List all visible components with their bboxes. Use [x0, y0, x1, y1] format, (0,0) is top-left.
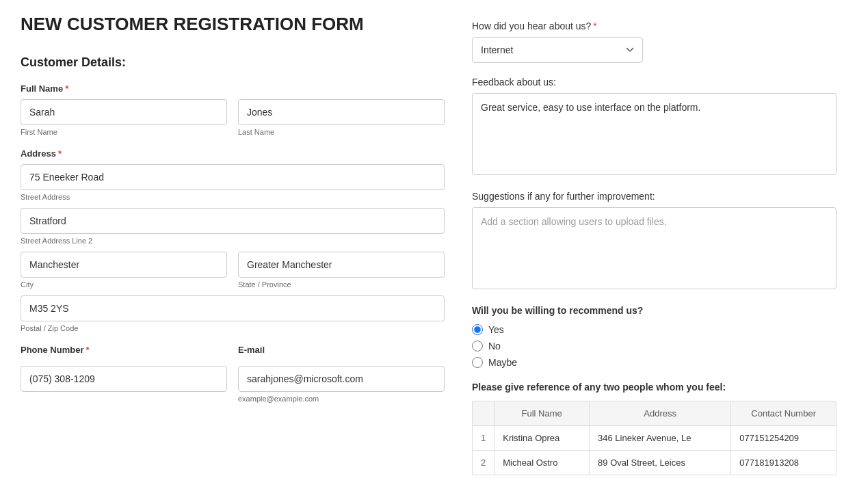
- zip-input[interactable]: [21, 295, 445, 321]
- city-input[interactable]: [21, 252, 227, 278]
- reference-table: Full Name Address Contact Number 1 Krist…: [472, 401, 836, 475]
- left-panel: NEW CUSTOMER REGISTRATION FORM Customer …: [21, 14, 445, 490]
- form-title: NEW CUSTOMER REGISTRATION FORM: [21, 14, 445, 35]
- recommend-maybe-label[interactable]: Maybe: [488, 357, 517, 368]
- ref-row-contact: 077151254209: [731, 426, 836, 451]
- ref-col-num: [473, 401, 495, 426]
- email-label: E-mail: [238, 345, 445, 355]
- recommend-no-label[interactable]: No: [488, 341, 501, 352]
- email-field: E-mail example@example.com: [238, 345, 445, 403]
- ref-row-name: Micheal Ostro: [495, 451, 590, 475]
- ref-col-contact: Contact Number: [731, 401, 836, 426]
- state-input[interactable]: [238, 252, 445, 278]
- full-name-label: Full Name*: [21, 83, 445, 94]
- phone-input[interactable]: [21, 366, 227, 392]
- recommend-no-option: No: [472, 341, 836, 352]
- recommend-yes-option: Yes: [472, 324, 836, 335]
- reference-section: Please give reference of any two people …: [472, 382, 836, 475]
- address-group: Address* Street Address Street Address L…: [21, 148, 445, 332]
- section-title: Customer Details:: [21, 55, 445, 70]
- recommend-maybe-option: Maybe: [472, 357, 836, 368]
- phone-field: Phone Number*: [21, 345, 227, 403]
- city-state-row: [21, 252, 445, 278]
- street-address-input[interactable]: [21, 164, 445, 190]
- page-container: NEW CUSTOMER REGISTRATION FORM Customer …: [0, 0, 857, 504]
- zip-sublabel: Postal / Zip Code: [21, 324, 445, 332]
- ref-table-header: Full Name Address Contact Number: [473, 401, 836, 426]
- ref-table-row: 1 Kristina Oprea 346 Lineker Avenue, Le …: [473, 426, 836, 451]
- ref-col-fullname: Full Name: [495, 401, 590, 426]
- street-sublabel: Street Address: [21, 193, 445, 201]
- feedback-textarea[interactable]: Great service, easy to use interface on …: [472, 93, 836, 175]
- email-placeholder-label: example@example.com: [238, 395, 445, 403]
- recommend-yes-radio[interactable]: [472, 324, 483, 335]
- ref-row-num: 2: [473, 451, 495, 475]
- ref-table-row: 2 Micheal Ostro 89 Oval Street, Leices 0…: [473, 451, 836, 475]
- address-label: Address*: [21, 148, 445, 159]
- suggestions-label: Suggestions if any for further improveme…: [472, 191, 836, 202]
- ref-row-address: 89 Oval Street, Leices: [590, 451, 731, 475]
- right-panel: How did you hear about us?* Internet Soc…: [472, 14, 836, 490]
- suggestions-textarea[interactable]: Add a section allowing users to upload f…: [472, 207, 836, 289]
- ref-row-contact: 077181913208: [731, 451, 836, 475]
- phone-label: Phone Number*: [21, 345, 227, 355]
- ref-row-address: 346 Lineker Avenue, Le: [590, 426, 731, 451]
- hear-about-label: How did you hear about us?*: [472, 21, 836, 31]
- contact-row: Phone Number* E-mail example@example.com: [21, 345, 445, 403]
- recommend-no-radio[interactable]: [472, 341, 483, 352]
- city-state-sublabels: City State / Province: [21, 280, 445, 289]
- feedback-label: Feedback about us:: [472, 77, 836, 88]
- first-name-input[interactable]: [21, 99, 227, 125]
- first-name-sublabel: First Name: [21, 128, 227, 136]
- ref-col-address: Address: [590, 401, 731, 426]
- reference-label: Please give reference of any two people …: [472, 382, 836, 393]
- recommend-label: Will you be willing to recommend us?: [472, 305, 836, 316]
- ref-table-body: 1 Kristina Oprea 346 Lineker Avenue, Le …: [473, 426, 836, 475]
- street-address2-input[interactable]: [21, 208, 445, 234]
- last-name-sublabel: Last Name: [238, 128, 445, 136]
- name-input-row: [21, 99, 445, 125]
- email-input[interactable]: [238, 366, 445, 392]
- last-name-input[interactable]: [238, 99, 445, 125]
- ref-row-num: 1: [473, 426, 495, 451]
- city-sublabel: City: [21, 280, 227, 289]
- street2-sublabel: Street Address Line 2: [21, 237, 445, 245]
- recommend-yes-label[interactable]: Yes: [488, 324, 504, 335]
- ref-row-name: Kristina Oprea: [495, 426, 590, 451]
- name-sub-labels: First Name Last Name: [21, 128, 445, 136]
- recommend-maybe-radio[interactable]: [472, 357, 483, 368]
- hear-about-select[interactable]: Internet Social Media Friend Advertiseme…: [472, 37, 643, 63]
- full-name-group: Full Name* First Name Last Name: [21, 83, 445, 136]
- state-sublabel: State / Province: [238, 280, 445, 289]
